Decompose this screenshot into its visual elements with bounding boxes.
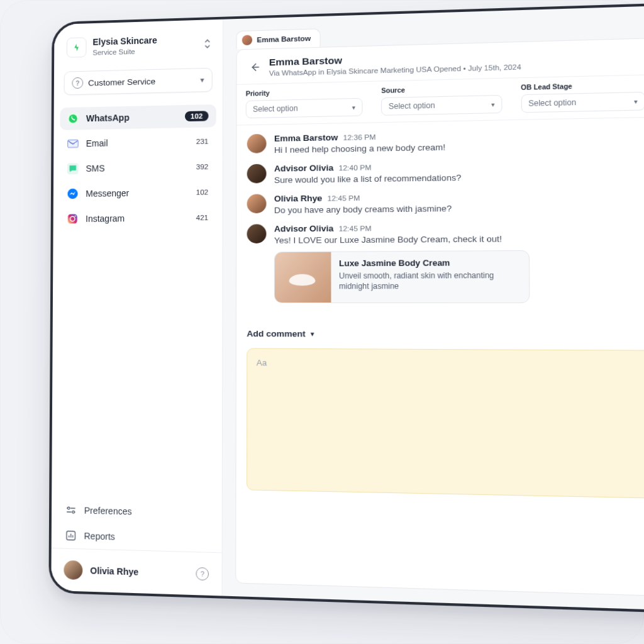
channel-label: SMS <box>86 162 196 174</box>
select-value: Select option <box>528 98 576 108</box>
app-screen: Elysia Skincare Service Suite ? Customer… <box>51 1 644 615</box>
filter-label: Priority <box>246 87 363 97</box>
message-avatar-icon <box>247 164 267 184</box>
sidebar-footer: Preferences Reports Olivia Rhye ? <box>51 497 221 596</box>
channel-label: Email <box>86 136 196 148</box>
sliders-icon <box>65 504 77 516</box>
channel-count: 392 <box>196 163 209 170</box>
user-avatar-icon <box>64 560 82 580</box>
channel-email[interactable]: Email 231 <box>60 130 216 155</box>
channel-count: 102 <box>196 188 209 196</box>
message-author: Emma Barstow <box>274 133 338 143</box>
select-value: Select option <box>253 104 298 114</box>
svg-point-6 <box>67 507 70 509</box>
composer-header: Add comment ▾ Bird AI <box>236 318 644 344</box>
messenger-icon <box>67 188 79 199</box>
nav-label: Reports <box>84 531 115 542</box>
ob-lead-select[interactable]: Select option ▾ <box>521 92 644 113</box>
filter-priority: Priority Select option ▾ <box>236 82 372 125</box>
message-body: Yes! I LOVE our Luxe Jasmine Body Cream,… <box>274 232 644 245</box>
channel-nav: WhatsApp 102 Email 231 <box>53 101 223 237</box>
svg-point-9 <box>72 511 75 513</box>
message-item: Advisor Olivia12:45 PM Yes! I LOVE our L… <box>247 219 644 303</box>
current-user-row[interactable]: Olivia Rhye ? <box>51 548 221 596</box>
select-value: Select option <box>389 101 435 111</box>
chevron-down-icon: ▾ <box>634 97 638 105</box>
message-thread: Emma Barstow12:36 PM Hi I need help choo… <box>236 114 644 319</box>
team-selector[interactable]: ? Customer Service ▾ <box>64 68 213 96</box>
chevron-down-icon: ▾ <box>491 101 494 108</box>
message-body: Do you have any body creams with jasmine… <box>274 204 452 215</box>
message-item: Olivia Rhye12:45 PM Do you have any body… <box>247 188 644 216</box>
main-panel: Emma Barstow Emma Barstow Via WhatsApp i… <box>223 1 644 615</box>
message-author: Advisor Olivia <box>274 163 333 174</box>
back-button[interactable] <box>247 61 263 73</box>
product-description: Unveil smooth, radiant skin with enchant… <box>339 270 521 291</box>
message-avatar-icon <box>247 134 267 153</box>
channel-sms[interactable]: SMS 392 <box>60 155 216 180</box>
background: Elysia Skincare Service Suite ? Customer… <box>0 0 644 644</box>
message-author: Olivia Rhye <box>274 193 322 203</box>
channel-messenger[interactable]: Messenger 102 <box>60 180 216 205</box>
conversation-panel: Emma Barstow Via WhatsApp in Elysia Skin… <box>235 34 644 601</box>
product-card[interactable]: Luxe Jasmine Body Cream Unveil smooth, r… <box>274 250 530 303</box>
sms-icon <box>67 163 79 174</box>
tablet-bezel: Elysia Skincare Service Suite ? Customer… <box>48 0 644 618</box>
brand-logo-icon <box>67 37 87 58</box>
message-body: Hi I need help choosing a new body cream… <box>274 142 445 155</box>
channel-label: WhatsApp <box>86 111 185 123</box>
add-comment-toggle[interactable]: Add comment ▾ <box>247 328 314 338</box>
message-item: Emma Barstow12:36 PM Hi I need help choo… <box>247 125 644 155</box>
bar-chart-icon <box>65 530 77 541</box>
svg-rect-1 <box>68 140 78 147</box>
channel-label: Instagram <box>86 213 196 224</box>
message-time: 12:40 PM <box>339 164 372 172</box>
channel-count-badge: 102 <box>185 111 209 121</box>
composer-placeholder: Aa <box>257 358 644 371</box>
priority-select[interactable]: Select option ▾ <box>246 98 363 118</box>
chevron-down-icon: ▾ <box>200 75 204 84</box>
channel-count: 421 <box>196 214 209 221</box>
email-icon <box>67 138 79 149</box>
nav-label: Preferences <box>84 506 132 517</box>
workspace-switcher[interactable]: Elysia Skincare Service Suite <box>54 19 223 65</box>
help-circle-icon: ? <box>72 77 83 89</box>
sidebar: Elysia Skincare Service Suite ? Customer… <box>51 19 223 596</box>
chevron-down-icon: ▾ <box>352 104 355 111</box>
updown-icon <box>204 38 211 48</box>
conversation-tab[interactable]: Emma Barstow <box>236 28 321 49</box>
message-time: 12:36 PM <box>343 133 376 142</box>
whatsapp-icon <box>67 113 79 125</box>
product-image-icon <box>275 252 331 303</box>
source-select[interactable]: Select option ▾ <box>381 95 502 116</box>
message-author: Advisor Olivia <box>274 223 334 233</box>
tablet-frame: Elysia Skincare Service Suite ? Customer… <box>48 0 644 612</box>
message-body: Sure would you like a list of recommenda… <box>274 173 461 185</box>
message-item: Advisor Olivia12:40 PM Sure would you li… <box>247 156 644 186</box>
message-time: 12:45 PM <box>328 194 360 203</box>
filter-label: OB Lead Stage <box>521 80 644 91</box>
chevron-down-icon: ▾ <box>311 330 314 337</box>
tab-label: Emma Barstow <box>257 35 311 44</box>
nav-preferences[interactable]: Preferences <box>52 497 222 526</box>
filter-ob-lead-stage: OB Lead Stage Select option ▾ <box>511 75 644 119</box>
help-circle-icon[interactable]: ? <box>196 567 209 580</box>
channel-count: 231 <box>196 138 209 145</box>
filter-source: Source Select option ▾ <box>372 79 511 123</box>
team-selector-label: Customer Service <box>88 75 200 87</box>
tab-avatar-icon <box>242 35 252 45</box>
svg-rect-3 <box>68 214 77 223</box>
message-time: 12:45 PM <box>339 225 372 233</box>
filter-label: Source <box>381 84 502 94</box>
channel-whatsapp[interactable]: WhatsApp 102 <box>60 104 216 130</box>
channel-instagram[interactable]: Instagram 421 <box>59 206 216 231</box>
product-title: Luxe Jasmine Body Cream <box>339 258 521 269</box>
add-comment-label: Add comment <box>247 328 305 338</box>
workspace-subtitle: Service Suite <box>92 45 203 56</box>
comment-composer[interactable]: Aa <box>247 348 644 502</box>
message-avatar-icon <box>247 224 267 243</box>
instagram-icon <box>67 213 78 225</box>
current-user-name: Olivia Rhye <box>90 565 196 579</box>
message-avatar-icon <box>247 194 267 213</box>
channel-label: Messenger <box>86 187 196 199</box>
